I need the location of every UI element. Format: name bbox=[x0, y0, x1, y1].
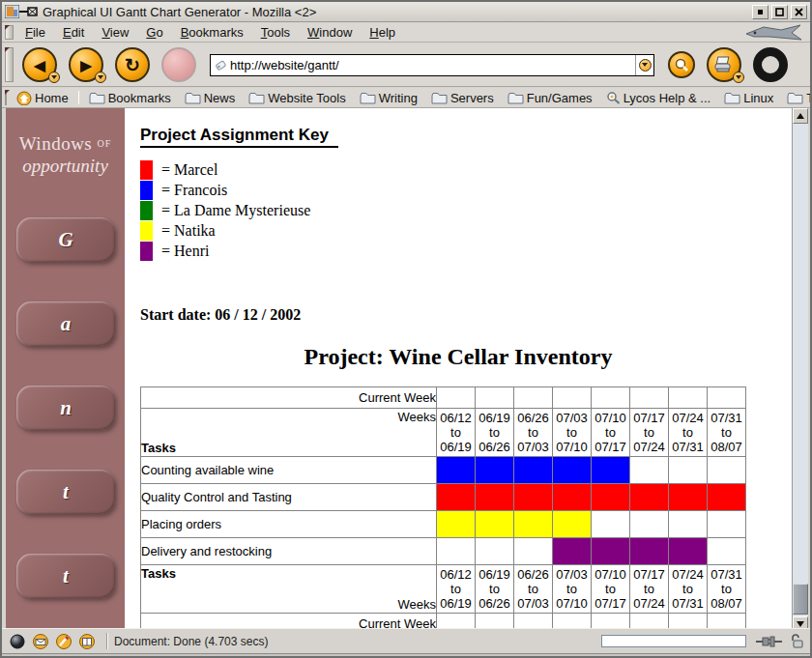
gantt-bar-cell bbox=[630, 538, 669, 565]
navbar-grippy[interactable] bbox=[5, 47, 14, 81]
folder-icon bbox=[787, 92, 803, 104]
gantt-bar-cell bbox=[514, 484, 553, 511]
scroll-up-button[interactable] bbox=[793, 108, 808, 124]
bookmark-folder-website-tools[interactable]: Website Tools bbox=[248, 91, 345, 105]
menu-help[interactable]: Help bbox=[361, 23, 404, 42]
menu-window[interactable]: Window bbox=[299, 23, 361, 42]
gantt-bar-cell bbox=[592, 511, 630, 538]
bookmarks-toolbar: Home Bookmarks News Website Tools Writin… bbox=[2, 88, 810, 108]
status-bar: Document: Done (4.703 secs) bbox=[2, 628, 810, 653]
scrollbar-thumb[interactable] bbox=[793, 584, 808, 615]
forward-button[interactable]: ▶ bbox=[69, 47, 103, 82]
minimize-button[interactable] bbox=[752, 5, 768, 19]
addressbook-component-button[interactable] bbox=[77, 633, 97, 650]
gantt-bar-cell bbox=[630, 484, 669, 511]
page-frame: Project Assignment Key = Marcel = Franco… bbox=[125, 108, 792, 632]
gantt-bar-cell bbox=[669, 538, 708, 565]
app-icon bbox=[5, 5, 19, 18]
bookmark-folder-fun-games[interactable]: Fun/Games bbox=[508, 91, 593, 105]
week-header-row-top: Weeks Tasks 06/12to06/19 06/19to06/26 06… bbox=[141, 409, 746, 457]
folder-icon bbox=[360, 92, 376, 104]
bookmark-folder-servers[interactable]: Servers bbox=[431, 91, 494, 105]
menubar-grippy[interactable] bbox=[5, 25, 14, 40]
task-row-delivery: Delivery and restocking bbox=[141, 538, 746, 565]
sidebar-button-n[interactable]: n bbox=[16, 386, 115, 430]
security-lock-open-icon[interactable] bbox=[791, 634, 804, 648]
url-bar[interactable] bbox=[210, 54, 654, 76]
print-dropdown[interactable] bbox=[733, 72, 744, 83]
menu-go[interactable]: Go bbox=[137, 23, 171, 42]
key-item-francois: = Francois bbox=[140, 180, 792, 200]
sidebar-button-t2[interactable]: t bbox=[16, 554, 115, 598]
close-button[interactable] bbox=[791, 5, 807, 19]
menu-bookmarks[interactable]: Bookmarks bbox=[172, 23, 252, 42]
gantt-bar-cell bbox=[437, 457, 476, 484]
page-proxy-icon[interactable] bbox=[215, 58, 228, 72]
url-dropdown-arrow-icon bbox=[639, 59, 652, 72]
print-button[interactable] bbox=[707, 47, 741, 82]
mail-icon bbox=[32, 634, 49, 649]
bookmark-folder-writing[interactable]: Writing bbox=[360, 91, 418, 105]
sidebar-button-t1[interactable]: t bbox=[16, 470, 115, 514]
gantt-bar-cell bbox=[514, 511, 553, 538]
week-header: 06/19to06/26 bbox=[476, 565, 514, 614]
back-button[interactable]: ◀ bbox=[22, 47, 57, 82]
vertical-scrollbar[interactable] bbox=[792, 108, 808, 632]
addressbook-icon bbox=[78, 634, 96, 649]
bookmark-folder-news[interactable]: News bbox=[185, 91, 236, 105]
window-frame-right bbox=[808, 108, 810, 632]
bookmark-folder-temp[interactable]: TEMP bbox=[787, 91, 810, 105]
gantt-bar-cell bbox=[476, 484, 514, 511]
content-area: Windows OF opportunity G a n t t Project… bbox=[2, 108, 810, 632]
gantt-bar-cell bbox=[553, 457, 592, 484]
gantt-bar-cell bbox=[669, 511, 708, 538]
title-bar[interactable]: Graphical UI Gantt Chart Generator - Moz… bbox=[2, 2, 810, 22]
menu-bar: File Edit View Go Bookmarks Tools Window… bbox=[2, 23, 810, 43]
menu-file[interactable]: File bbox=[16, 23, 54, 42]
gantt-bar-cell bbox=[553, 538, 592, 565]
maximize-button[interactable] bbox=[771, 5, 788, 19]
bookbar-grippy[interactable] bbox=[5, 90, 7, 105]
stop-button[interactable] bbox=[161, 47, 196, 82]
menu-edit[interactable]: Edit bbox=[54, 23, 93, 42]
task-row-quality: Quality Control and Tasting bbox=[141, 484, 746, 511]
folder-icon bbox=[89, 92, 105, 104]
close-icon bbox=[795, 8, 803, 16]
folder-icon bbox=[431, 92, 448, 104]
window-pin-icon[interactable] bbox=[19, 7, 39, 16]
forward-dropdown[interactable] bbox=[95, 72, 106, 83]
back-dropdown[interactable] bbox=[48, 72, 60, 83]
sidebar-button-a[interactable]: a bbox=[16, 301, 115, 346]
bookmark-lycos-help[interactable]: Lycos Help & ... bbox=[606, 91, 711, 105]
reload-button[interactable]: ↻ bbox=[115, 47, 150, 82]
online-plug-icon[interactable] bbox=[756, 635, 783, 648]
key-item-henri: = Henri bbox=[140, 241, 792, 261]
bookmark-home[interactable]: Home bbox=[16, 91, 69, 105]
mozilla-throbber-icon[interactable] bbox=[753, 47, 788, 82]
search-button[interactable] bbox=[668, 51, 695, 78]
bookmark-folder-linux[interactable]: Linux bbox=[724, 91, 773, 105]
gantt-bar-cell bbox=[514, 538, 553, 565]
sidebar-button-g[interactable]: G bbox=[16, 217, 115, 262]
week-header: 07/03to07/10 bbox=[553, 565, 592, 614]
composer-pen-icon bbox=[55, 634, 72, 649]
current-week-row-top: Current Week bbox=[141, 387, 746, 409]
composer-component-button[interactable] bbox=[54, 633, 73, 650]
gantt-bar-cell bbox=[437, 484, 476, 511]
gantt-table: Current Week Weeks Tasks 06/12to06/19 06… bbox=[140, 386, 746, 632]
gantt-bar-cell bbox=[437, 511, 476, 538]
key-item-marcel: = Marcel bbox=[140, 159, 792, 180]
url-dropdown-button[interactable] bbox=[635, 55, 653, 75]
navigator-component-button[interactable] bbox=[8, 633, 27, 650]
gantt-bar-cell bbox=[708, 457, 746, 484]
week-header: 07/31to08/07 bbox=[708, 565, 746, 614]
menu-view[interactable]: View bbox=[93, 23, 137, 42]
home-icon bbox=[16, 91, 32, 105]
url-input[interactable] bbox=[228, 58, 635, 72]
gantt-bar-cell bbox=[669, 457, 708, 484]
sidebar-frame: Windows OF opportunity G a n t t bbox=[6, 108, 125, 632]
gantt-bar-cell bbox=[592, 457, 630, 484]
bookmark-folder-bookmarks[interactable]: Bookmarks bbox=[89, 91, 171, 105]
mail-component-button[interactable] bbox=[31, 633, 50, 650]
menu-tools[interactable]: Tools bbox=[252, 23, 299, 42]
